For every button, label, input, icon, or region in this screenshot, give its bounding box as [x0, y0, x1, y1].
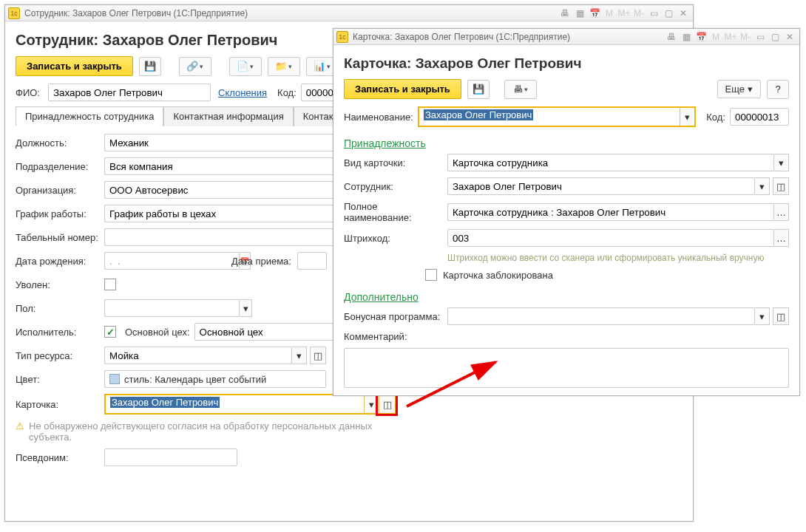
save-button[interactable]: 💾	[139, 57, 161, 76]
more-label: Еще	[725, 83, 745, 95]
close-icon[interactable]: ✕	[783, 31, 796, 43]
restype-open-button[interactable]: ◫	[310, 347, 326, 364]
barcode-ellipsis-button[interactable]: …	[774, 229, 789, 247]
print-icon: 🖶	[513, 83, 523, 95]
fio-input[interactable]	[48, 83, 211, 101]
performer-label: Исполнитель:	[16, 327, 104, 338]
cardtype-dropdown-button[interactable]: ▾	[774, 154, 789, 171]
app-logo-icon: 1c	[8, 7, 20, 19]
save-icon: 💾	[473, 83, 484, 95]
m-icon[interactable]: M	[603, 7, 616, 19]
maximize-icon[interactable]: ▢	[768, 31, 782, 43]
card-dropdown-button[interactable]: ▾	[364, 395, 379, 413]
maximize-icon[interactable]: ▢	[662, 7, 675, 19]
color-display[interactable]: стиль: Календарь цвет событий	[104, 370, 326, 388]
m-icon[interactable]: M	[709, 31, 722, 43]
save-close-button[interactable]: Записать и закрыть	[16, 56, 133, 76]
warning-text: Не обнаружено действующего согласия на о…	[29, 420, 384, 443]
hiredate-input[interactable]	[297, 252, 327, 270]
blocked-checkbox[interactable]	[425, 269, 437, 281]
card-value-selected: Захаров Олег Петрович	[110, 397, 220, 408]
bonus-label: Бонусная программа:	[344, 311, 447, 322]
hiredate-label: Дата приема:	[231, 256, 291, 267]
restype-input[interactable]	[104, 347, 292, 364]
folder-button[interactable]: 📁▾	[268, 57, 300, 76]
dob-input[interactable]	[104, 252, 240, 270]
card-code-label: Код:	[706, 112, 725, 123]
m-plus-icon[interactable]: M+	[617, 7, 631, 19]
declensions-link[interactable]: Склонения	[218, 87, 267, 98]
card-page-title: Карточка: Захаров Олег Петрович	[344, 55, 789, 72]
tab-contacts[interactable]: Контактная информация	[163, 106, 293, 126]
org-label: Организация:	[16, 185, 104, 196]
fullname-ellipsis-button[interactable]: …	[774, 203, 789, 221]
employee-label: Сотрудник:	[344, 181, 447, 192]
tab-belonging[interactable]: Принадлежность сотрудника	[16, 106, 163, 126]
bonus-input[interactable]	[447, 307, 755, 325]
calc-icon[interactable]: ▦	[573, 7, 586, 19]
schedule-label: График работы:	[16, 208, 104, 219]
comment-textarea[interactable]	[344, 348, 789, 388]
bonus-dropdown-button[interactable]: ▾	[755, 307, 770, 325]
color-text: стиль: Календарь цвет событий	[124, 374, 266, 385]
bonus-open-button[interactable]: ◫	[773, 307, 789, 325]
gender-dropdown-button[interactable]: ▾	[240, 299, 252, 317]
alias-input[interactable]	[104, 449, 237, 466]
card-print-button[interactable]: 🖶▾	[504, 80, 537, 99]
name-dropdown-button[interactable]: ▾	[680, 108, 694, 126]
minimize-icon[interactable]: ▭	[647, 7, 660, 19]
barcode-input[interactable]	[447, 229, 774, 247]
help-icon: ?	[775, 83, 780, 95]
close-icon[interactable]: ✕	[677, 7, 690, 19]
employee-window-title: Сотрудник: Захаров Олег Петрович (1С:Пре…	[24, 8, 248, 18]
section-belonging[interactable]: Принадлежность	[344, 137, 426, 149]
m-minus-icon[interactable]: M-	[632, 7, 646, 19]
m-minus-icon[interactable]: M-	[739, 31, 752, 43]
calc-icon[interactable]: ▦	[680, 31, 693, 43]
fullname-input[interactable]	[447, 203, 774, 221]
gender-input[interactable]	[104, 299, 240, 317]
more-button[interactable]: Еще▾	[717, 80, 761, 98]
position-label: Должность:	[16, 137, 104, 149]
cardtype-input[interactable]	[447, 154, 774, 171]
relations-button[interactable]: 🔗▾	[179, 57, 211, 76]
card-window: 1c Карточка: Захаров Олег Петрович (1С:П…	[333, 28, 800, 396]
card-code-input[interactable]	[730, 108, 789, 126]
link-icon: 🔗	[186, 61, 198, 72]
fired-checkbox[interactable]	[104, 279, 116, 290]
list-icon: 📄	[237, 61, 248, 72]
calendar-icon[interactable]: 📅	[694, 31, 708, 43]
card-input[interactable]: Захаров Олег Петрович	[106, 395, 364, 413]
minimize-icon[interactable]: ▭	[753, 31, 767, 43]
barcode-hint: Штрихкод можно ввести со сканера или сфо…	[447, 253, 764, 263]
employee-open-button[interactable]: ◫	[773, 177, 789, 195]
employee-dropdown-button[interactable]: ▾	[755, 177, 770, 195]
calendar-icon[interactable]: 📅	[588, 7, 601, 19]
card-label: Карточка:	[16, 399, 104, 410]
card-titlebar: 1c Карточка: Захаров Олег Петрович (1С:П…	[333, 29, 799, 45]
card-save-button[interactable]: 💾	[467, 80, 490, 99]
name-label: Наименование:	[344, 112, 418, 123]
print-icon[interactable]: 🖶	[665, 31, 678, 43]
name-input[interactable]: Захаров Олег Петрович	[419, 108, 680, 126]
employee-input[interactable]	[447, 177, 755, 195]
employee-titlebar: 1c Сотрудник: Захаров Олег Петрович (1С:…	[5, 5, 693, 21]
dept-label: Подразделение:	[16, 161, 104, 172]
restype-dropdown-button[interactable]: ▾	[292, 347, 307, 364]
list-button[interactable]: 📄▾	[229, 57, 262, 76]
tabnum-label: Табельный номер:	[16, 232, 104, 243]
chart-icon: 📊	[314, 61, 325, 72]
card-save-close-button[interactable]: Записать и закрыть	[344, 79, 461, 99]
name-value-selected: Захаров Олег Петрович	[424, 109, 533, 120]
help-button[interactable]: ?	[767, 80, 789, 99]
section-additional[interactable]: Дополнительно	[344, 291, 419, 303]
mainshop-label: Основной цех:	[125, 327, 190, 338]
card-open-button[interactable]: ◫	[379, 395, 395, 413]
fullname-label: Полное наименование:	[344, 201, 447, 223]
performer-checkbox[interactable]	[104, 326, 116, 338]
print-icon[interactable]: 🖶	[558, 7, 572, 19]
app-logo-icon: 1c	[336, 31, 348, 43]
dob-label: Дата рождения:	[16, 256, 104, 267]
m-plus-icon[interactable]: M+	[724, 31, 737, 43]
color-swatch-icon	[109, 374, 120, 384]
